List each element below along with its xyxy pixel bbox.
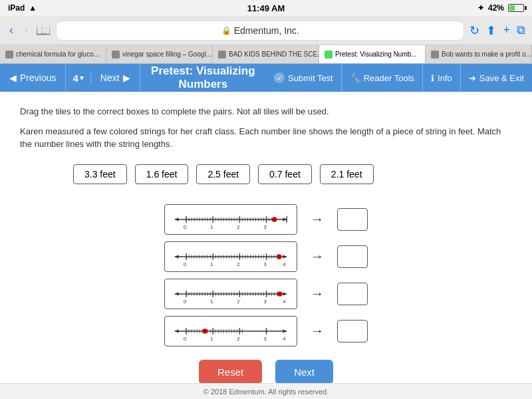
svg-text:2: 2 — [237, 299, 239, 305]
question-number-label: 4 — [72, 72, 78, 84]
browser-actions: ↻ ⬆ + ⧉ — [469, 23, 525, 38]
tab3-favicon — [218, 51, 226, 59]
info-icon: ℹ — [431, 73, 434, 83]
submit-label: Submit Test — [288, 73, 333, 83]
svg-point-42 — [272, 217, 277, 222]
number-line-3-svg: 0 1 2 3 4 — [165, 279, 297, 309]
toolbar-title: Pretest: Visualizing Numbers — [140, 65, 266, 91]
svg-marker-1 — [283, 217, 287, 221]
back-button[interactable]: ‹ — [7, 21, 16, 40]
reset-button[interactable]: Reset — [199, 360, 262, 384]
tile-3-3[interactable]: 3.3 feet — [73, 164, 127, 184]
tab2-label: vinegar space filling – Googl... — [122, 51, 211, 58]
svg-point-87 — [277, 254, 282, 259]
number-line-4: 0 1 2 3 4 — [164, 316, 297, 346]
next-action-button[interactable]: Next — [275, 360, 333, 384]
bluetooth-icon: ✦ — [477, 3, 484, 13]
info-button[interactable]: ℹ Info — [423, 64, 461, 92]
app-toolbar: ◀ Previous 4 ▾ Next ▶ Pretest: Visualizi… — [0, 64, 532, 92]
wifi-icon: ▲ — [29, 3, 37, 13]
tile-0-7[interactable]: 0.7 feet — [258, 164, 312, 184]
main-content: Drag the tiles to the correct boxes to c… — [0, 92, 532, 383]
tab4-label: Pretest: Visualizing Numb... — [335, 51, 417, 58]
svg-text:3: 3 — [264, 261, 267, 267]
check-icon: ✓ — [274, 72, 285, 83]
svg-text:2: 2 — [237, 224, 239, 230]
tab5-label: Bob wants to make a profit o... — [442, 51, 531, 58]
tab-1[interactable]: chemical formula for gluco... — [0, 45, 106, 63]
tab-5[interactable]: Bob wants to make a profit o... — [426, 45, 532, 63]
save-icon: ➜ — [469, 73, 476, 83]
save-exit-label: Save & Exit — [479, 73, 524, 83]
tile-2-1[interactable]: 2.1 feet — [320, 164, 374, 184]
svg-marker-45 — [175, 255, 179, 259]
svg-text:3: 3 — [264, 299, 267, 305]
svg-text:1: 1 — [210, 224, 213, 230]
tile-1-6[interactable]: 1.6 feet — [135, 164, 189, 184]
number-line-3: 0 1 2 3 4 — [164, 279, 297, 309]
number-line-2-svg: 0 1 2 3 4 — [165, 242, 297, 271]
next-button[interactable]: Next ▶ — [91, 64, 140, 92]
svg-text:1: 1 — [210, 299, 213, 305]
wrench-icon: 🔧 — [350, 73, 360, 83]
number-line-row-4: 0 1 2 3 4 — [164, 316, 368, 346]
new-tab-button[interactable]: + — [503, 23, 510, 37]
number-line-row-2: 0 1 2 3 4 — [164, 241, 368, 272]
svg-text:1: 1 — [210, 261, 213, 267]
tab-3[interactable]: BAD KIDS BEHIND THE SCE... — [213, 45, 319, 63]
svg-marker-90 — [175, 292, 179, 296]
svg-marker-134 — [175, 329, 179, 333]
number-line-2: 0 1 2 3 4 — [164, 241, 297, 272]
reader-tools-label: Reader Tools — [364, 73, 414, 83]
domain-label: Edmentum, Inc. — [234, 25, 299, 36]
status-bar: iPad ▲ 11:49 AM ✦ 42% — [0, 0, 532, 16]
number-line-1: 0 1 2 3 — [164, 204, 297, 235]
address-bar[interactable]: 🔒 Edmentum, Inc. — [56, 21, 464, 41]
tab-2[interactable]: vinegar space filling – Googl... — [106, 45, 213, 63]
arrow-2: → — [304, 249, 331, 264]
tab-4[interactable]: Pretest: Visualizing Numb... — [319, 45, 426, 63]
drop-box-4[interactable] — [337, 320, 368, 342]
footer: © 2018 Edmentum. All rights reserved. — [0, 383, 532, 399]
save-exit-button[interactable]: ➜ Save & Exit — [461, 64, 532, 92]
next-label: Next — [100, 72, 120, 83]
svg-text:0: 0 — [184, 224, 186, 230]
reader-tools-button[interactable]: 🔧 Reader Tools — [342, 64, 423, 92]
svg-text:1: 1 — [210, 336, 213, 342]
arrow-1: → — [304, 211, 331, 227]
number-line-1-svg: 0 1 2 3 — [165, 205, 297, 234]
carrier-label: iPad — [8, 3, 25, 13]
tabs-button[interactable]: ⧉ — [517, 23, 525, 37]
svg-marker-89 — [283, 292, 287, 296]
tab2-favicon — [112, 51, 120, 59]
arrow-3: → — [304, 286, 331, 301]
svg-marker-44 — [283, 255, 287, 259]
instruction-2: Karen measured a few colored strings for… — [20, 125, 512, 151]
number-lines: 0 1 2 3 — [20, 204, 512, 346]
reload-button[interactable]: ↻ — [469, 23, 479, 38]
tab1-label: chemical formula for gluco... — [16, 51, 99, 58]
forward-button[interactable]: › — [21, 21, 31, 40]
question-number[interactable]: 4 ▾ — [66, 72, 90, 84]
next-icon: ▶ — [123, 72, 130, 83]
previous-button[interactable]: ◀ Previous — [0, 64, 66, 92]
submit-test-button[interactable]: ✓ Submit Test — [266, 64, 342, 92]
tab5-favicon — [431, 51, 439, 59]
info-label: Info — [438, 73, 452, 83]
svg-marker-2 — [175, 217, 179, 221]
svg-text:2: 2 — [237, 261, 239, 267]
tile-2-5[interactable]: 2.5 feet — [196, 164, 250, 184]
copyright-text: © 2018 Edmentum. All rights reserved. — [203, 388, 329, 396]
action-buttons: Reset Next — [20, 360, 512, 384]
browser-chrome: ‹ › 📖 🔒 Edmentum, Inc. ↻ ⬆ + ⧉ — [0, 16, 532, 45]
drop-box-3[interactable] — [337, 283, 368, 305]
share-button[interactable]: ⬆ — [486, 23, 496, 38]
number-line-4-svg: 0 1 2 3 4 — [165, 317, 297, 346]
tab3-label: BAD KIDS BEHIND THE SCE... — [229, 51, 319, 58]
battery-percent: 42% — [488, 3, 504, 13]
tile-options: 3.3 feet 1.6 feet 2.5 feet 0.7 feet 2.1 … — [73, 164, 512, 184]
drop-box-1[interactable] — [337, 208, 368, 231]
arrow-4: → — [304, 323, 331, 338]
drop-box-2[interactable] — [337, 245, 368, 268]
time-display: 11:49 AM — [247, 3, 285, 13]
